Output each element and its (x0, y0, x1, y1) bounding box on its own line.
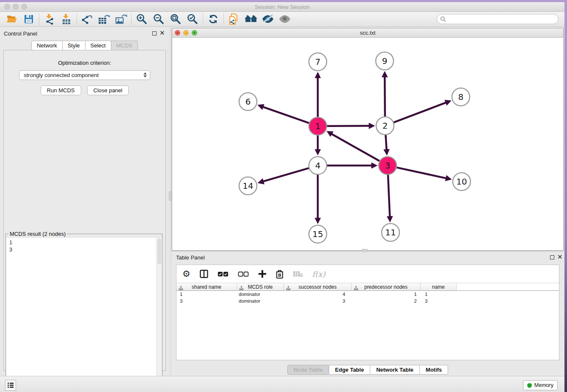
close-panel-icon[interactable]: ✕ (160, 29, 165, 37)
destroy-table-icon (293, 271, 303, 277)
graph-edge-3-10[interactable] (396, 168, 446, 178)
memory-button[interactable]: Memory (523, 380, 558, 390)
tab-select[interactable]: Select (85, 41, 111, 50)
application-window: Session: New Session (0, 0, 567, 392)
network-view-window: × − + scc.txt 7968124314101511 (172, 28, 564, 251)
table-cell: 3 (284, 298, 352, 304)
graph-node-label-8: 8 (458, 92, 464, 102)
network-title: scc.txt (172, 30, 563, 36)
graph-node-label-3: 3 (385, 160, 391, 171)
graph-node-label-7: 7 (315, 57, 321, 67)
show-columns-icon[interactable] (200, 270, 208, 278)
memory-label: Memory (534, 382, 553, 388)
mcds-result-list: 1 3 (6, 238, 162, 392)
tab-motifs[interactable]: Motifs (420, 365, 448, 375)
graph-node-label-9: 9 (382, 56, 388, 66)
import-table-icon[interactable] (58, 13, 75, 25)
export-network-icon[interactable] (79, 13, 96, 25)
graph-node-label-2: 2 (383, 121, 388, 131)
graph-edge-2-3[interactable] (385, 135, 386, 150)
select-all-columns-icon[interactable] (217, 271, 228, 277)
control-panel: Control Panel ✕ NetworkStyleSelectMCDS O… (0, 27, 169, 376)
add-column-icon[interactable] (258, 270, 267, 278)
result-scrollbar[interactable] (156, 238, 162, 392)
table-panel: Table Panel ✕ ⚙ (172, 252, 564, 376)
run-mcds-button[interactable]: Run MCDS (41, 86, 81, 95)
table-cell: 1 (176, 291, 237, 298)
column-header-MCDS-role[interactable]: MCDS role (237, 283, 284, 290)
open-folder-icon[interactable] (3, 13, 20, 25)
delete-column-icon[interactable] (276, 270, 284, 279)
clone-network-icon[interactable] (226, 13, 242, 25)
tab-node-table[interactable]: Node Table (287, 365, 329, 375)
graph-edge-1-6[interactable] (263, 107, 309, 123)
table-row[interactable]: 1dominator411 (176, 291, 559, 298)
zoom-in-icon[interactable] (133, 13, 150, 25)
tab-style[interactable]: Style (63, 41, 85, 50)
refresh-layout-icon[interactable] (205, 13, 222, 25)
column-header-name[interactable]: name (421, 283, 457, 290)
zoom-fit-icon[interactable] (167, 13, 184, 25)
tab-network-table[interactable]: Network Table (370, 365, 420, 375)
table-toolbar: ⚙ f(x) (176, 265, 559, 283)
save-icon[interactable] (20, 13, 37, 25)
main-toolbar (0, 12, 564, 27)
table-header-row: shared nameMCDS rolesuccessor nodesprede… (176, 283, 559, 291)
graph-edge-3-1[interactable] (331, 134, 380, 161)
search-field (437, 14, 559, 24)
float-panel-icon[interactable] (152, 31, 157, 36)
hide-details-icon[interactable] (259, 13, 276, 25)
search-icon (440, 16, 446, 22)
graph-node-label-10: 10 (456, 177, 467, 187)
settings-gear-icon[interactable]: ⚙ (182, 270, 190, 279)
mcds-result-group: MCDS result (2 nodes) 1 3 (6, 234, 162, 392)
column-header-predecessor-nodes[interactable]: predecessor nodes (352, 283, 421, 290)
mcds-panel: Optimization criterion: strongly connect… (3, 50, 166, 371)
show-details-icon[interactable] (276, 13, 293, 25)
zoom-out-icon[interactable] (150, 13, 167, 25)
export-image-icon[interactable] (113, 13, 129, 25)
toolbar-separator (203, 14, 203, 25)
home-view-icon[interactable] (242, 13, 259, 25)
graph-edge-3-11[interactable] (388, 175, 390, 217)
tab-network[interactable]: Network (31, 41, 63, 50)
toolbar-separator (39, 14, 39, 25)
table-tabs: Node TableEdge TableNetwork TableMotifs (172, 365, 564, 375)
graph-edge-2-8[interactable] (394, 102, 446, 122)
tab-edge-table[interactable]: Edge Table (329, 365, 370, 375)
float-table-panel-icon[interactable] (550, 255, 554, 259)
graph-node-label-4: 4 (315, 160, 321, 171)
graph-node-label-1: 1 (315, 121, 321, 131)
table-cell: 4 (284, 291, 352, 298)
column-header-shared-name[interactable]: shared name (176, 283, 237, 290)
graph-node-label-15: 15 (312, 229, 323, 239)
graph-edge-1-2[interactable] (327, 126, 369, 126)
control-panel-tabs: NetworkStyleSelectMCDS (0, 41, 169, 50)
tab-mcds[interactable]: MCDS (111, 41, 138, 50)
main-titlebar: Session: New Session (0, 2, 564, 12)
graph-edge-4-14[interactable] (263, 168, 309, 182)
zoom-selected-icon[interactable] (184, 13, 201, 25)
close-table-panel-icon[interactable]: ✕ (557, 253, 563, 261)
toolbar-separator (77, 14, 77, 25)
table-row[interactable]: 3dominator323 (176, 298, 559, 304)
column-header-successor-nodes[interactable]: successor nodes (284, 283, 352, 290)
graph-node-label-6: 6 (245, 97, 251, 107)
network-canvas[interactable]: 7968124314101511 (172, 38, 563, 250)
table-cell: dominator (237, 298, 284, 304)
table-cell: 1 (352, 291, 421, 298)
deselect-all-columns-icon[interactable] (238, 271, 249, 277)
function-builder-icon: f(x) (312, 270, 325, 279)
table-cell: dominator (237, 291, 284, 298)
table-body: 1dominator4113dominator323 (176, 291, 559, 304)
import-network-icon[interactable] (41, 13, 58, 25)
shared-column-icon (239, 285, 244, 293)
horizontal-splitter-grip[interactable] (362, 249, 368, 252)
memory-status-icon (527, 383, 532, 388)
criterion-dropdown[interactable]: strongly connected component (19, 70, 150, 80)
search-input[interactable] (446, 15, 558, 23)
task-history-button[interactable] (5, 380, 16, 391)
close-panel-button[interactable]: Close panel (87, 86, 129, 95)
export-table-icon[interactable] (96, 13, 113, 25)
graph-edge-2-9[interactable] (385, 77, 385, 116)
